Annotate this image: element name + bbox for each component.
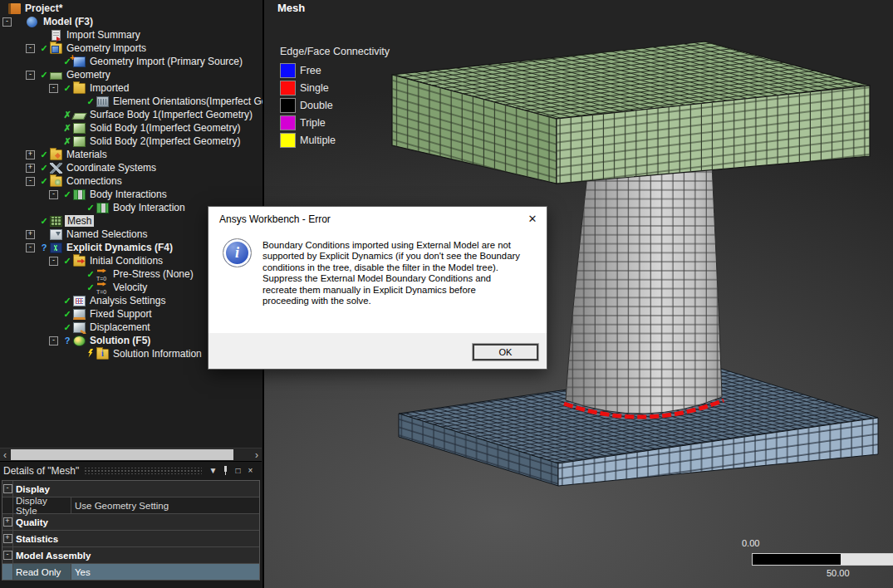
expander-icon[interactable]: -: [2, 17, 12, 27]
scrollbar-thumb[interactable]: [11, 449, 233, 460]
tree-item[interactable]: Project*: [0, 2, 263, 15]
status-icon: ✓: [38, 216, 50, 227]
details-row-label: Read Only: [13, 564, 71, 580]
expander-icon[interactable]: -: [26, 44, 35, 53]
scale-ruler: 0.00 50.00: [742, 538, 893, 584]
tree-item[interactable]: ✓ Element Orientations(Imperfect Geometr…: [0, 95, 263, 108]
scroll-right-icon[interactable]: ›: [252, 449, 262, 461]
expander-icon[interactable]: -: [26, 243, 35, 252]
tree-item[interactable]: - Model (F3): [0, 15, 263, 28]
tree-item[interactable]: + ✓ Coordinate Systems: [0, 161, 263, 174]
maximize-icon[interactable]: □: [232, 466, 244, 476]
legend-item: Multiple: [280, 131, 390, 149]
analysis-settings-icon: [73, 296, 86, 306]
geometry-import-icon: [73, 56, 86, 67]
tree-item[interactable]: ✓ Geometry Import (Primary Source): [0, 55, 263, 68]
dialog-title: Ansys Workbench - Error: [219, 213, 331, 225]
legend-title: Edge/Face Connectivity: [280, 46, 390, 57]
tree-item-label: Explicit Dynamics (F4): [65, 242, 173, 253]
category-expander-icon[interactable]: +: [3, 517, 12, 527]
import-summary-icon: [52, 30, 61, 41]
expander-icon[interactable]: +: [26, 150, 35, 159]
details-row[interactable]: Display Style Use Geometry Setting: [2, 497, 259, 514]
details-row-label: Model Assembly: [13, 547, 259, 563]
tree-item-label: Body Interaction: [111, 202, 185, 213]
t0-icon: [96, 269, 109, 280]
legend-color-swatch: [280, 98, 296, 113]
tree-horizontal-scrollbar[interactable]: ‹ ›: [0, 448, 262, 462]
cylinder-body[interactable]: [566, 163, 722, 414]
body-interactions-icon: [73, 189, 86, 200]
details-row-label: Display Style: [13, 497, 71, 513]
details-table: - Display Display Style Use Geometry Set…: [2, 480, 260, 581]
expander-icon[interactable]: -: [26, 177, 35, 186]
dialog-titlebar[interactable]: Ansys Workbench - Error ✕: [209, 207, 547, 231]
expander-icon[interactable]: -: [49, 190, 58, 199]
status-icon: ✓: [38, 70, 50, 81]
t0-icon: [96, 282, 109, 293]
row-gutter: [2, 497, 13, 513]
legend-item: Free: [280, 61, 390, 79]
expander-icon[interactable]: -: [49, 336, 58, 345]
close-icon[interactable]: ✕: [518, 207, 547, 231]
status-icon: ?: [38, 243, 50, 252]
expander-icon[interactable]: +: [26, 164, 35, 173]
tree-item-label: Named Selections: [65, 228, 147, 240]
tree-item-label: Geometry: [65, 69, 110, 81]
tree-item-label: Imported: [88, 82, 129, 94]
body-interactions-icon: [96, 203, 109, 213]
details-panel-header[interactable]: Details of "Mesh" ▼ □ ×: [0, 462, 262, 479]
tree-item[interactable]: - ✓ Body Interactions: [0, 188, 263, 201]
tree-item-label: Coordinate Systems: [65, 162, 156, 174]
scrollbar-track[interactable]: [10, 449, 252, 460]
top-plate-body[interactable]: [392, 42, 870, 184]
dialog-message-line: Suppress the External Model Boundary Con…: [263, 273, 520, 284]
tree-item[interactable]: + ✓ Materials: [0, 148, 263, 161]
category-expander-icon[interactable]: -: [3, 551, 12, 560]
expander-icon[interactable]: -: [49, 257, 58, 266]
details-row[interactable]: + Statistics: [2, 531, 259, 547]
solid-body-icon: [73, 123, 86, 134]
details-row-label: Quality: [13, 514, 259, 530]
surface-body-icon: [71, 113, 87, 120]
category-expander-icon[interactable]: +: [3, 534, 12, 543]
details-row[interactable]: + Quality: [2, 514, 259, 531]
expander-icon[interactable]: -: [26, 71, 35, 80]
details-row-value[interactable]: Yes: [71, 564, 259, 580]
status-icon: [85, 349, 96, 360]
dialog-button-strip: OK: [209, 333, 547, 369]
details-row-value[interactable]: Use Geometry Setting: [71, 497, 259, 513]
details-row[interactable]: Read Only Yes: [2, 564, 259, 581]
legend-color-swatch: [280, 81, 296, 96]
legend-color-swatch: [280, 63, 296, 78]
status-icon: ✓: [61, 256, 73, 267]
tree-item[interactable]: ✗ Surface Body 1(Imperfect Geometry): [0, 108, 263, 121]
tree-item-label: Materials: [65, 149, 107, 160]
expander-icon[interactable]: +: [26, 230, 35, 239]
tree-item[interactable]: - ✓ Imported: [0, 81, 263, 95]
status-icon: ✓: [85, 96, 96, 107]
dialog-message-line: proceeding with the solve.: [263, 296, 520, 306]
tree-item[interactable]: ✗ Solid Body 1(Imperfect Geometry): [0, 121, 263, 135]
expander-icon[interactable]: -: [49, 84, 58, 93]
tree-item[interactable]: - ✓ Connections: [0, 174, 263, 188]
close-icon[interactable]: ×: [244, 466, 257, 476]
tree-item-label: Fixed Support: [88, 308, 152, 320]
tree-item[interactable]: ✗ Solid Body 2(Imperfect Geometry): [0, 135, 263, 148]
tree-item-label: Initial Conditions: [88, 255, 163, 267]
category-expander-icon[interactable]: -: [3, 484, 12, 493]
details-row[interactable]: - Model Assembly: [2, 547, 259, 564]
scroll-left-icon[interactable]: ‹: [0, 449, 10, 461]
ok-button[interactable]: OK: [473, 344, 538, 360]
pin-icon[interactable]: [219, 466, 232, 476]
solution-icon: [73, 336, 86, 346]
fixed-support-icon: [73, 309, 86, 320]
tree-item[interactable]: Import Summary: [0, 28, 263, 42]
status-icon: ✗: [61, 123, 73, 134]
tree-item[interactable]: - ✓ Geometry Imports: [0, 42, 263, 55]
chevron-down-icon[interactable]: ▼: [207, 466, 219, 476]
row-gutter: +: [2, 531, 13, 546]
status-icon: ✓: [85, 282, 96, 293]
dialog-message: Boundary Conditions imported using Exter…: [263, 240, 520, 306]
tree-item[interactable]: - ✓ Geometry: [0, 68, 263, 81]
